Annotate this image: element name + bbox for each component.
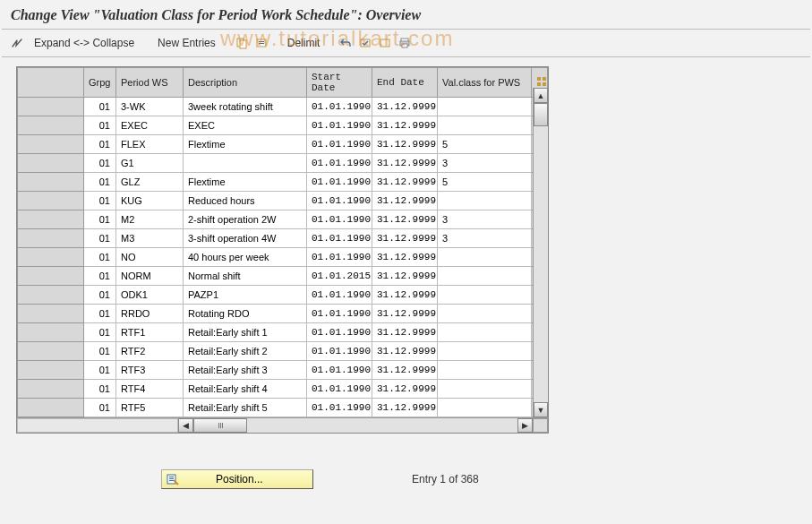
cell-start-date[interactable]: 01.01.1990 [307, 173, 372, 192]
cell-period-ws[interactable]: RTF3 [116, 361, 184, 380]
cell-start-date[interactable]: 01.01.1990 [307, 192, 372, 210]
cell-grpg[interactable]: 01 [84, 361, 116, 380]
cell-start-date[interactable]: 01.01.1990 [307, 135, 372, 154]
cell-description[interactable]: Retail:Early shift 1 [184, 323, 307, 342]
scroll-left-icon[interactable]: ◀ [178, 418, 193, 433]
cell-val-class[interactable] [438, 342, 532, 361]
cell-val-class[interactable] [438, 116, 532, 135]
cell-period-ws[interactable]: NO [116, 248, 184, 267]
cell-grpg[interactable]: 01 [84, 305, 116, 323]
vscroll-thumb[interactable] [534, 103, 548, 126]
hscroll-thumb[interactable] [193, 418, 247, 433]
row-selector[interactable] [18, 210, 84, 229]
col-header-end-date[interactable]: End Date [372, 68, 438, 98]
cell-description[interactable]: Rotating RDO [184, 305, 307, 323]
cell-end-date[interactable]: 31.12.9999 [372, 98, 438, 116]
cell-grpg[interactable]: 01 [84, 98, 116, 116]
cell-end-date[interactable]: 31.12.9999 [372, 192, 438, 210]
cell-end-date[interactable]: 31.12.9999 [372, 286, 438, 305]
print-icon[interactable] [397, 35, 413, 51]
cell-val-class[interactable]: 3 [438, 210, 532, 229]
cell-period-ws[interactable]: KUG [116, 192, 184, 210]
row-selector-header[interactable] [18, 68, 84, 98]
cell-val-class[interactable] [438, 380, 532, 399]
cell-start-date[interactable]: 01.01.1990 [307, 286, 372, 305]
cell-period-ws[interactable]: RTF5 [116, 399, 184, 417]
cell-start-date[interactable]: 01.01.1990 [307, 399, 372, 417]
cell-description[interactable]: Reduced hours [184, 192, 307, 210]
cell-period-ws[interactable]: NORM [116, 267, 184, 286]
row-selector[interactable] [18, 98, 84, 116]
row-selector[interactable] [18, 248, 84, 267]
cell-val-class[interactable]: 3 [438, 229, 532, 248]
cell-val-class[interactable]: 5 [438, 135, 532, 154]
delimit-button[interactable]: Delimit [282, 35, 326, 51]
row-selector[interactable] [18, 267, 84, 286]
cell-start-date[interactable]: 01.01.1990 [307, 210, 372, 229]
cell-grpg[interactable]: 01 [84, 342, 116, 361]
row-selector[interactable] [18, 361, 84, 380]
cell-period-ws[interactable]: G1 [116, 154, 184, 173]
cell-description[interactable]: 40 hours per week [184, 248, 307, 267]
cell-period-ws[interactable]: RTF4 [116, 380, 184, 399]
cell-grpg[interactable]: 01 [84, 116, 116, 135]
cell-end-date[interactable]: 31.12.9999 [372, 210, 438, 229]
cell-grpg[interactable]: 01 [84, 399, 116, 417]
hscroll-track[interactable] [193, 418, 517, 433]
scroll-up-icon[interactable]: ▲ [534, 88, 548, 103]
cell-start-date[interactable]: 01.01.1990 [307, 361, 372, 380]
cell-grpg[interactable]: 01 [84, 380, 116, 399]
cell-period-ws[interactable]: RTF1 [116, 323, 184, 342]
change-icon[interactable] [253, 35, 269, 51]
cell-end-date[interactable]: 31.12.9999 [372, 173, 438, 192]
cell-grpg[interactable]: 01 [84, 154, 116, 173]
cell-val-class[interactable] [438, 399, 532, 417]
cell-start-date[interactable]: 01.01.1990 [307, 229, 372, 248]
cell-description[interactable]: Normal shift [184, 267, 307, 286]
cell-val-class[interactable] [438, 286, 532, 305]
cell-grpg[interactable]: 01 [84, 192, 116, 210]
scroll-down-icon[interactable]: ▼ [534, 402, 548, 417]
undo-icon[interactable] [338, 35, 354, 51]
cell-end-date[interactable]: 31.12.9999 [372, 154, 438, 173]
cell-grpg[interactable]: 01 [84, 229, 116, 248]
cell-start-date[interactable]: 01.01.1990 [307, 98, 372, 116]
row-selector[interactable] [18, 305, 84, 323]
cell-period-ws[interactable]: FLEX [116, 135, 184, 154]
row-selector[interactable] [18, 229, 84, 248]
cell-grpg[interactable]: 01 [84, 323, 116, 342]
cell-start-date[interactable]: 01.01.2015 [307, 267, 372, 286]
cell-end-date[interactable]: 31.12.9999 [372, 305, 438, 323]
cell-period-ws[interactable]: 3-WK [116, 98, 184, 116]
cell-description[interactable]: 3week rotating shift [184, 98, 307, 116]
cell-description[interactable]: Retail:Early shift 3 [184, 361, 307, 380]
cell-end-date[interactable]: 31.12.9999 [372, 248, 438, 267]
row-selector[interactable] [18, 135, 84, 154]
cell-grpg[interactable]: 01 [84, 135, 116, 154]
col-header-grpg[interactable]: Grpg [84, 68, 116, 98]
cell-val-class[interactable]: 3 [438, 154, 532, 173]
cell-grpg[interactable]: 01 [84, 248, 116, 267]
cell-val-class[interactable] [438, 361, 532, 380]
cell-start-date[interactable]: 01.01.1990 [307, 380, 372, 399]
scroll-right-icon[interactable]: ▶ [517, 418, 533, 433]
cell-end-date[interactable]: 31.12.9999 [372, 342, 438, 361]
row-selector[interactable] [18, 192, 84, 210]
cell-end-date[interactable]: 31.12.9999 [372, 399, 438, 417]
cell-end-date[interactable]: 31.12.9999 [372, 229, 438, 248]
cell-end-date[interactable]: 31.12.9999 [372, 323, 438, 342]
cell-description[interactable]: 2-shift operation 2W [184, 210, 307, 229]
expand-collapse-button[interactable]: Expand <-> Collapse [29, 35, 140, 51]
col-header-description[interactable]: Description [184, 68, 307, 98]
cell-val-class[interactable]: 5 [438, 173, 532, 192]
cell-start-date[interactable]: 01.01.1990 [307, 116, 372, 135]
cell-period-ws[interactable]: M3 [116, 229, 184, 248]
cell-description[interactable]: 3-shift operation 4W [184, 229, 307, 248]
cell-start-date[interactable]: 01.01.1990 [307, 248, 372, 267]
vertical-scrollbar[interactable]: ▲ ▼ [533, 88, 548, 417]
cell-val-class[interactable] [438, 267, 532, 286]
cell-grpg[interactable]: 01 [84, 286, 116, 305]
cell-description[interactable]: Flextime [184, 135, 307, 154]
cell-end-date[interactable]: 31.12.9999 [372, 380, 438, 399]
cell-description[interactable] [184, 154, 307, 173]
